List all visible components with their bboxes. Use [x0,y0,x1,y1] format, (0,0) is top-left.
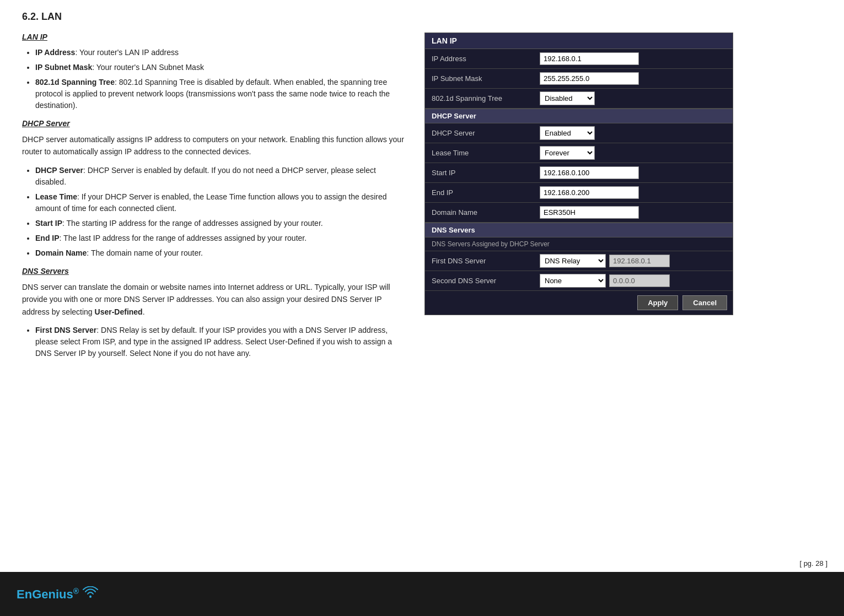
domain-name-row: Domain Name [425,203,733,223]
second-dns-value: None From ISP User-Defined DNS Relay [535,272,674,290]
lan-ip-title: LAN IP [22,33,408,41]
lease-time-value: Forever 1 hour 8 hours 24 hours [535,144,733,162]
spanning-tree-label: 802.1d Spanning Tree [425,91,535,106]
lan-ip-bold-3: 802.1d Spanning Tree [35,78,115,87]
lan-ip-text-1: : Your router's LAN IP address [75,48,179,57]
subnet-mask-label: IP Subnet Mask [425,71,535,86]
subnet-mask-value [535,70,733,87]
lan-ip-bold-2: IP Subnet Mask [35,63,92,72]
end-ip-value [535,184,733,201]
dhcp-panel-header: DHCP Server [425,109,733,123]
footer: EnGenius® [0,572,844,616]
start-ip-label: Start IP [425,165,535,180]
lan-ip-bullet-3: 802.1d Spanning Tree: 802.1d Spanning Tr… [35,77,408,111]
cancel-button[interactable]: Cancel [682,295,727,310]
button-row: Apply Cancel [425,291,733,315]
dhcp-server-label: DHCP Server [425,126,535,141]
lease-time-row: Lease Time Forever 1 hour 8 hours 24 hou… [425,143,733,163]
first-dns-label: First DNS Server [425,253,535,268]
dhcp-bullet-5: Domain Name: The domain name of your rou… [35,247,408,259]
dhcp-bullet-1: DHCP Server: DHCP Server is enabled by d… [35,165,408,188]
lan-ip-bold-1: IP Address [35,48,75,57]
second-dns-row: Second DNS Server None From ISP User-Def… [425,271,733,291]
logo-line: EnGenius® [17,586,99,602]
dhcp-bullet-2: Lease Time: If your DHCP Server is enabl… [35,191,408,214]
dns-servers-title: DNS Servers [22,267,408,275]
end-ip-label: End IP [425,185,535,200]
page-content: 6.2. LAN LAN IP IP Address: Your router'… [0,0,844,411]
logo-wrapper: EnGenius® [17,586,99,602]
ip-address-input[interactable] [540,52,639,65]
second-dns-label: Second DNS Server [425,273,535,288]
domain-name-input[interactable] [540,206,639,219]
start-ip-input[interactable] [540,166,639,179]
dns-description: DNS server can translate the domain or w… [22,281,408,318]
first-dns-value: DNS Relay From ISP User-Defined None [535,252,674,270]
settings-panel: LAN IP IP Address IP Subnet Mask [424,33,733,315]
dhcp-server-title: DHCP Server [22,119,408,128]
page-number: [ pg. 28 ] [799,559,827,568]
subnet-mask-input[interactable] [540,72,639,85]
right-panel: LAN IP IP Address IP Subnet Mask [424,33,733,315]
dns-list: First DNS Server: DNS Relay is set by de… [22,325,408,359]
lan-ip-bullet-1: IP Address: Your router's LAN IP address [35,47,408,58]
content-area: LAN IP IP Address: Your router's LAN IP … [22,33,822,367]
lan-ip-list: IP Address: Your router's LAN IP address… [22,47,408,111]
spanning-tree-row: 802.1d Spanning Tree Disabled Enabled [425,89,733,109]
ip-address-row: IP Address [425,49,733,69]
dns-assigned-label: DNS Servers Assigned by DHCP Server [425,237,733,251]
end-ip-row: End IP [425,183,733,203]
first-dns-row: First DNS Server DNS Relay From ISP User… [425,251,733,271]
section-heading: 6.2. LAN [22,11,822,23]
first-dns-select[interactable]: DNS Relay From ISP User-Defined None [540,254,606,268]
dhcp-bullet-3: Start IP: The starting IP address for th… [35,218,408,229]
start-ip-value [535,164,733,181]
lease-time-label: Lease Time [425,145,535,160]
lan-ip-panel-header: LAN IP [425,33,733,49]
logo-en-text: En [17,587,32,601]
second-dns-ip-input[interactable] [609,274,670,287]
dhcp-server-row: DHCP Server Enabled Disabled [425,123,733,143]
second-dns-select[interactable]: None From ISP User-Defined DNS Relay [540,274,606,288]
svg-point-0 [89,596,92,598]
ip-address-label: IP Address [425,51,535,66]
spanning-tree-select[interactable]: Disabled Enabled [540,91,595,105]
start-ip-row: Start IP [425,163,733,183]
dhcp-server-select[interactable]: Enabled Disabled [540,126,595,140]
logo-registered: ® [73,587,79,596]
wifi-icon [82,586,99,601]
logo-genius-text: Genius [32,587,73,601]
lan-ip-text-2: : Your router's LAN Subnet Mask [92,63,204,72]
end-ip-input[interactable] [540,186,639,199]
footer-logo: EnGenius® [17,586,99,602]
dns-bullet-1: First DNS Server: DNS Relay is set by de… [35,325,408,359]
domain-name-label: Domain Name [425,205,535,220]
lan-ip-bullet-2: IP Subnet Mask: Your router's LAN Subnet… [35,62,408,73]
domain-name-value [535,204,733,221]
dhcp-list: DHCP Server: DHCP Server is enabled by d… [22,165,408,259]
subnet-mask-row: IP Subnet Mask [425,69,733,89]
dhcp-description: DHCP server automatically assigns IP add… [22,133,408,158]
lease-time-select[interactable]: Forever 1 hour 8 hours 24 hours [540,146,595,160]
left-column: LAN IP IP Address: Your router's LAN IP … [22,33,408,367]
logo-text: EnGenius® [17,587,79,602]
ip-address-value [535,50,733,67]
spanning-tree-value: Disabled Enabled [535,89,733,107]
apply-button[interactable]: Apply [637,295,678,310]
first-dns-ip-input[interactable] [609,255,670,267]
dhcp-bullet-4: End IP: The last IP address for the rang… [35,233,408,244]
dhcp-server-value: Enabled Disabled [535,124,733,142]
dns-panel-header: DNS Servers [425,223,733,237]
